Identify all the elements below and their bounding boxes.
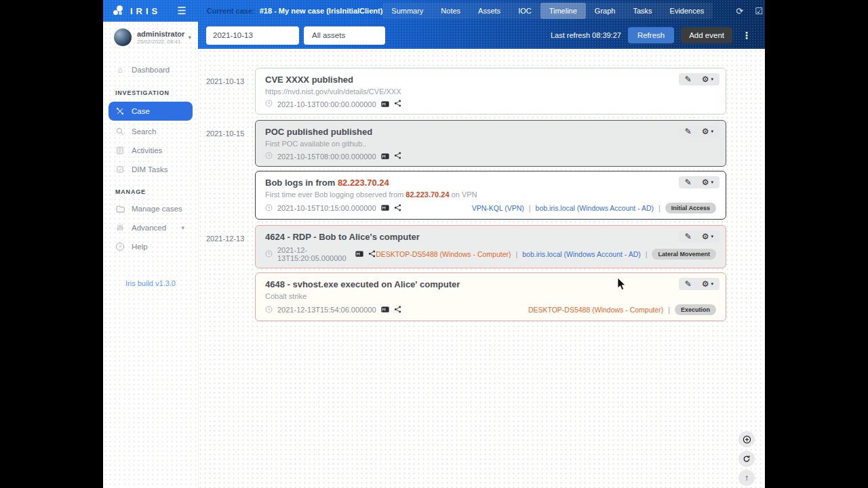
clock-icon xyxy=(265,204,273,213)
event-actions: ✎⚙▾ xyxy=(679,176,719,188)
event-title: 4648 - svhost.exe executed on Alice' com… xyxy=(265,279,716,289)
linked-asset[interactable]: DESKTOP-DS5488 (Windows - Computer) xyxy=(376,250,511,258)
ioc-value: 82.223.70.24 xyxy=(406,190,449,199)
event-footer-left: 2021-10-13T00:00:00.000000 xyxy=(265,100,401,108)
sidebar-item-label: Help xyxy=(132,243,148,251)
event-settings-dropdown[interactable]: ⚙▾ xyxy=(702,280,713,288)
description-indicator-icon xyxy=(381,306,389,314)
event-settings-dropdown[interactable]: ⚙▾ xyxy=(702,178,713,186)
timeline-cards-column: ✎⚙▾POC published publishedFirst POC avai… xyxy=(255,120,726,220)
category-badge: Lateral Movement xyxy=(652,249,716,260)
refresh-button[interactable]: Refresh xyxy=(628,27,674,43)
separator: | xyxy=(529,204,531,212)
tab-evidences[interactable]: Evidences xyxy=(661,3,713,19)
edit-event-button[interactable]: ✎ xyxy=(685,232,692,241)
share-icon[interactable] xyxy=(368,250,376,259)
separator: | xyxy=(668,306,670,314)
share-icon[interactable] xyxy=(394,100,401,108)
share-icon[interactable] xyxy=(394,152,401,161)
event-card[interactable]: ✎⚙▾4648 - svhost.exe executed on Alice' … xyxy=(255,272,726,321)
refresh-timeline-fab[interactable] xyxy=(738,451,755,467)
event-card[interactable]: ✎⚙▾4624 - RDP - Bob to Alice's computer2… xyxy=(255,225,726,268)
timeline-date-label: 2021-10-13 xyxy=(206,68,255,115)
tab-graph[interactable]: Graph xyxy=(586,3,625,19)
event-title: 4624 - RDP - Bob to Alice's computer xyxy=(265,232,716,242)
sidebar-item-manage-cases[interactable]: Manage cases xyxy=(103,199,198,218)
event-card[interactable]: ✎⚙▾POC published publishedFirst POC avai… xyxy=(255,120,726,167)
sidebar-item-case[interactable]: Case xyxy=(108,102,193,121)
event-card[interactable]: ✎⚙▾Bob logs in from 82.223.70.24First ti… xyxy=(255,171,726,220)
chevron-down-icon: ▾ xyxy=(711,77,713,81)
sidebar-item-dim-tasks[interactable]: DIM Tasks xyxy=(103,160,198,179)
event-timestamp: 2021-10-15T08:00:00.000000 xyxy=(277,152,376,161)
event-footer-left: 2021-12-13T15:54:06.000000 xyxy=(265,306,401,314)
event-card[interactable]: ✎⚙▾CVE XXXX publishedhttps://nvd.nist.go… xyxy=(255,68,726,115)
sidebar-item-help[interactable]: ? Help xyxy=(103,237,198,256)
sidebar-item-label: DIM Tasks xyxy=(132,165,167,174)
iris-logo: IRIS xyxy=(113,5,161,17)
description-indicator-icon xyxy=(355,250,363,258)
scroll-to-top-fab[interactable]: ↑ xyxy=(738,470,755,486)
chevron-down-icon: ▾ xyxy=(711,129,713,134)
ioc-value: 82.223.70.24 xyxy=(338,178,389,188)
user-last-login: 25/02/2022, 08:41 xyxy=(137,39,188,45)
sidebar-item-label: Search xyxy=(132,127,156,136)
event-footer-left: 2021-10-15T08:00:00.000000 xyxy=(265,152,401,161)
sync-icon[interactable]: ⟳ xyxy=(736,7,743,16)
event-settings-dropdown[interactable]: ⚙▾ xyxy=(702,232,713,241)
tab-summary[interactable]: Summary xyxy=(382,3,432,19)
event-description: First time ever Bob logging observed fro… xyxy=(265,190,716,199)
linked-asset[interactable]: VPN-KQL (VPN) xyxy=(472,204,524,212)
sidebar-item-activities[interactable]: Activities xyxy=(103,141,198,160)
event-footer: 2021-10-13T00:00:00.000000 xyxy=(265,100,716,108)
event-settings-dropdown[interactable]: ⚙▾ xyxy=(702,75,713,83)
event-footer: 2021-10-15T08:00:00.000000 xyxy=(265,152,716,161)
edit-event-button[interactable]: ✎ xyxy=(685,280,692,288)
event-footer: 2021-12-13T15:54:06.000000DESKTOP-DS5488… xyxy=(265,304,716,315)
more-options-kebab-icon[interactable]: ⋮ xyxy=(739,30,754,41)
build-version-link[interactable]: Iris build v1.3.0 xyxy=(103,279,198,287)
event-footer-right: DESKTOP-DS5488 (Windows - Computer)|bob.… xyxy=(376,249,716,260)
edit-event-button[interactable]: ✎ xyxy=(685,178,692,186)
linked-asset[interactable]: DESKTOP-DS5488 (Windows - Computer) xyxy=(528,306,663,314)
event-description: Cobalt strike xyxy=(265,292,716,300)
tab-notes[interactable]: Notes xyxy=(432,3,469,19)
brand-name: IRIS xyxy=(130,6,161,16)
add-event-button[interactable]: Add event xyxy=(681,27,732,43)
asset-filter-select[interactable]: All assets xyxy=(304,26,385,45)
linked-asset[interactable]: bob.iris.local (Windows Account - AD) xyxy=(536,204,654,212)
tab-timeline[interactable]: Timeline xyxy=(540,3,586,19)
add-event-fab[interactable] xyxy=(738,431,755,447)
clock-icon xyxy=(265,100,273,108)
section-manage: MANAGE xyxy=(103,179,198,199)
date-filter-input[interactable] xyxy=(206,26,299,45)
event-title: CVE XXXX published xyxy=(265,75,716,85)
sidebar-item-dashboard[interactable]: ⌂ Dashboard xyxy=(103,60,198,80)
timeline-cards-column: ✎⚙▾CVE XXXX publishedhttps://nvd.nist.go… xyxy=(255,68,726,115)
tab-ioc[interactable]: IOC xyxy=(509,3,540,19)
case-hub-icon xyxy=(115,107,125,115)
share-icon[interactable] xyxy=(394,306,401,314)
event-footer-right: DESKTOP-DS5488 (Windows - Computer)|Exec… xyxy=(528,304,716,315)
user-menu[interactable]: administrator 25/02/2022, 08:41 ▾ xyxy=(103,22,198,54)
edit-event-button[interactable]: ✎ xyxy=(685,127,692,136)
sidebar-item-advanced[interactable]: Advanced ▾ xyxy=(103,218,198,237)
navbar-icons: ⟳ ☑ xyxy=(736,7,765,16)
chevron-down-icon: ▾ xyxy=(711,281,713,286)
event-title: POC published published xyxy=(265,127,716,137)
menu-hamburger-icon[interactable]: ☰ xyxy=(177,5,186,17)
timeline-group: 2021-12-13✎⚙▾4624 - RDP - Bob to Alice's… xyxy=(206,225,765,321)
timeline-date-label: 2021-10-15 xyxy=(206,120,255,220)
event-settings-dropdown[interactable]: ⚙▾ xyxy=(702,127,713,136)
description-indicator-icon xyxy=(381,100,389,108)
edit-event-button[interactable]: ✎ xyxy=(685,75,692,83)
linked-asset[interactable]: bob.iris.local (Windows Account - AD) xyxy=(522,250,640,258)
current-case-info: Current case: #18 - My new case (IrisIni… xyxy=(207,7,383,15)
tab-tasks[interactable]: Tasks xyxy=(624,3,660,19)
share-icon[interactable] xyxy=(394,204,401,213)
tab-assets[interactable]: Assets xyxy=(469,3,509,19)
sidebar-item-search[interactable]: Search xyxy=(103,122,198,141)
sidebar-item-label: Manage cases xyxy=(132,205,182,213)
event-timestamp: 2021-10-13T00:00:00.000000 xyxy=(277,100,376,108)
check-square-icon[interactable]: ☑ xyxy=(755,7,763,16)
